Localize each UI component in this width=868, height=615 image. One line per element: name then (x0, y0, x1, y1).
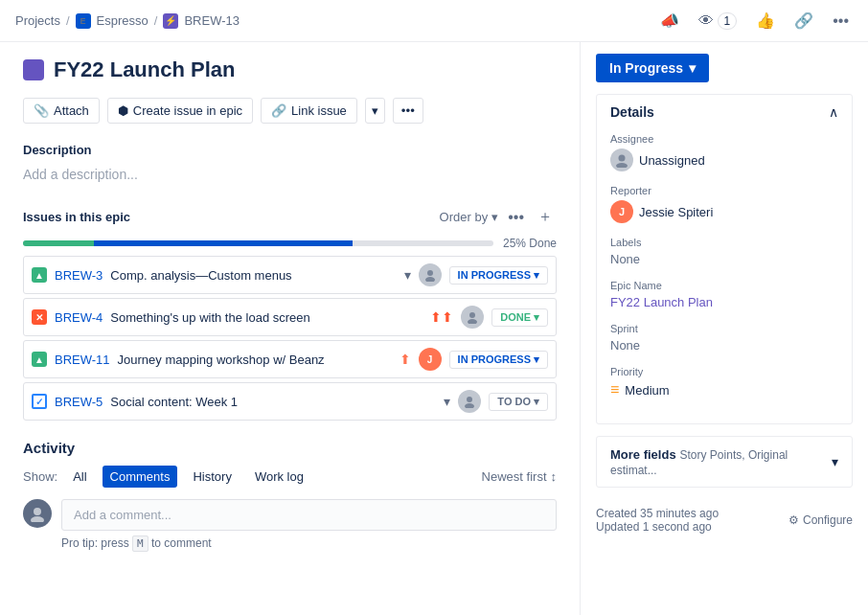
svg-point-1 (425, 277, 435, 282)
issue-list: ▲ BREW-3 Comp. analysis—Custom menus ▾ I… (23, 256, 557, 421)
status-chevron-icon: ▾ (534, 269, 539, 282)
shortcut-key: M (132, 535, 148, 552)
espresso-link[interactable]: Espresso (97, 13, 148, 28)
svg-point-8 (619, 155, 626, 162)
table-row[interactable]: ✕ BREW-4 Something's up with the load sc… (23, 298, 557, 336)
priority-icon: ▾ (444, 394, 450, 409)
toolbar-dropdown-button[interactable]: ▾ (365, 98, 385, 124)
table-row[interactable]: ✓ BREW-5 Social content: Week 1 ▾ TO DO … (23, 382, 557, 421)
gear-icon: ⚙ (788, 513, 799, 527)
assignee-label: Assignee (610, 133, 838, 145)
details-header[interactable]: Details ∧ (597, 95, 852, 129)
espresso-icon: E (76, 13, 91, 29)
svg-point-6 (34, 508, 41, 515)
issue-summary: Comp. analysis—Custom menus (110, 268, 396, 283)
svg-point-7 (31, 516, 44, 522)
left-panel: FY22 Launch Plan 📎 Attach ⬢ Create issue… (0, 42, 581, 615)
issue-key[interactable]: BREW-5 (55, 395, 103, 409)
chevron-up-icon: ∧ (829, 104, 838, 120)
issue-type-story-icon: ▲ (32, 267, 47, 283)
status-badge[interactable]: DONE ▾ (491, 308, 548, 327)
svg-point-3 (468, 319, 477, 324)
reporter-value[interactable]: J Jessie Spiteri (610, 200, 838, 223)
thumbsup-button[interactable]: 👍 (752, 8, 779, 34)
sprint-row: Sprint None (610, 323, 838, 353)
brew-epic-icon: ⚡ (163, 13, 178, 29)
timestamps: Created 35 minutes ago Updated 1 second … (596, 507, 719, 534)
activity-title: Activity (23, 440, 557, 456)
priority-row: Priority ≡ Medium (610, 366, 838, 399)
activity-show-bar: Show: All Comments History Work log Newe… (23, 466, 557, 488)
configure-button[interactable]: ⚙ Configure (788, 513, 853, 527)
reporter-row: Reporter J Jessie Spiteri (610, 185, 838, 223)
tab-worklog[interactable]: Work log (247, 466, 311, 488)
create-issue-button[interactable]: ⬢ Create issue in epic (107, 98, 253, 124)
details-body: Assignee Unassigned Reporter J Jessie Sp… (597, 129, 852, 423)
issue-key[interactable]: BREW-11 (55, 353, 110, 367)
toolbar-more-button[interactable]: ••• (393, 98, 423, 124)
more-options-button[interactable]: ••• (829, 9, 853, 34)
issues-title: Issues in this epic (23, 210, 130, 224)
progress-text: 25% Done (503, 237, 557, 250)
description-label: Description (23, 143, 557, 157)
issues-section: Issues in this epic Order by ▾ ••• ＋ 25%… (23, 205, 557, 421)
announce-button[interactable]: 📣 (656, 8, 683, 34)
issues-header: Issues in this epic Order by ▾ ••• ＋ (23, 205, 557, 229)
pro-tip: Pro tip: press M to comment (61, 536, 557, 550)
issue-key[interactable]: BREW-4 (55, 310, 103, 325)
status-bar: In Progress ▾ (581, 42, 868, 94)
labels-value[interactable]: None (610, 252, 838, 266)
table-row[interactable]: ▲ BREW-11 Journey mapping workshop w/ Be… (23, 340, 557, 378)
epic-name-value[interactable]: FY22 Launch Plan (610, 295, 838, 309)
comment-input[interactable]: Add a comment... (61, 499, 557, 531)
tab-history[interactable]: History (185, 466, 239, 488)
details-card: Details ∧ Assignee Unassigned Reporter (596, 94, 853, 424)
sort-icon: ↕ (551, 469, 558, 484)
status-badge[interactable]: TO DO ▾ (489, 393, 548, 411)
share-button[interactable]: 🔗 (790, 8, 817, 34)
progress-track (23, 240, 493, 246)
issues-more-button[interactable]: ••• (504, 207, 528, 228)
link-icon: 🔗 (271, 103, 286, 118)
priority-icon: ⬆⬆ (430, 309, 453, 325)
avatar: J (419, 348, 442, 371)
table-row[interactable]: ▲ BREW-3 Comp. analysis—Custom menus ▾ I… (23, 256, 557, 294)
status-badge[interactable]: IN PROGRESS ▾ (449, 266, 548, 285)
brew-link[interactable]: BREW-13 (184, 13, 240, 28)
avatar (461, 306, 484, 329)
title-area: FY22 Launch Plan (23, 57, 557, 82)
attach-button[interactable]: 📎 Attach (23, 98, 100, 124)
right-panel: In Progress ▾ Details ∧ Assignee Unassig… (581, 42, 868, 615)
svg-point-2 (469, 312, 475, 318)
status-badge[interactable]: IN PROGRESS ▾ (449, 351, 548, 369)
sort-control[interactable]: Newest first ↕ (482, 469, 557, 484)
more-fields-header[interactable]: More fields Story Points, Original estim… (597, 437, 852, 487)
watch-count: 1 (718, 12, 738, 30)
labels-row: Labels None (610, 237, 838, 266)
tab-comments[interactable]: Comments (103, 466, 178, 488)
add-issue-button[interactable]: ＋ (534, 205, 557, 229)
priority-value[interactable]: ≡ Medium (610, 381, 838, 399)
svg-point-5 (465, 403, 474, 408)
assignee-value[interactable]: Unassigned (610, 148, 838, 171)
issue-type-story-icon: ▲ (32, 352, 47, 367)
priority-label: Priority (610, 366, 838, 377)
tab-all[interactable]: All (65, 466, 94, 488)
created-text: Created 35 minutes ago (596, 507, 719, 520)
sprint-label: Sprint (610, 323, 838, 334)
updated-text: Updated 1 second ago (596, 520, 719, 534)
link-issue-button[interactable]: 🔗 Link issue (261, 98, 357, 124)
watch-button[interactable]: 👁 1 (695, 9, 742, 34)
sprint-value[interactable]: None (610, 338, 838, 353)
description-placeholder[interactable]: Add a description... (23, 163, 557, 186)
status-button[interactable]: In Progress ▾ (596, 54, 709, 82)
projects-link[interactable]: Projects (15, 13, 60, 28)
order-by-button[interactable]: Order by ▾ (440, 210, 499, 224)
top-nav: Projects / E Espresso / ⚡ BREW-13 📣 👁 1 … (0, 0, 868, 42)
epic-color-indicator (23, 59, 44, 80)
progress-inprog (94, 240, 353, 246)
epic-name-row: Epic Name FY22 Launch Plan (610, 280, 838, 309)
status-chevron-icon: ▾ (534, 353, 539, 366)
more-fields-card: More fields Story Points, Original estim… (596, 436, 853, 488)
issue-key[interactable]: BREW-3 (55, 268, 103, 283)
